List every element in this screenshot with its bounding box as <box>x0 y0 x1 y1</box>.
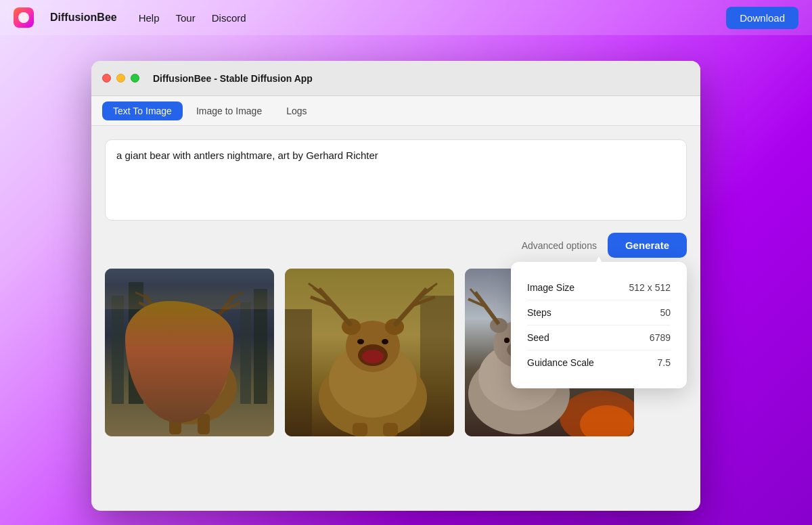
steps-label: Steps <box>527 307 551 318</box>
tab-text-to-image[interactable]: Text To Image <box>102 101 183 120</box>
nav-discord[interactable]: Discord <box>212 12 246 24</box>
svg-rect-1 <box>112 296 124 404</box>
svg-rect-25 <box>420 296 454 436</box>
tab-logs[interactable]: Logs <box>275 101 317 120</box>
svg-point-33 <box>357 339 364 344</box>
download-button[interactable]: Download <box>726 7 798 29</box>
popup-row-image-size: Image Size 512 x 512 <box>527 275 671 300</box>
nav-help[interactable]: Help <box>139 12 160 24</box>
svg-point-9 <box>201 322 217 337</box>
app-window: DiffusionBee - Stable Diffusion App Text… <box>91 61 700 511</box>
svg-point-51 <box>490 318 508 333</box>
svg-rect-22 <box>105 269 274 309</box>
image-size-value: 512 x 512 <box>629 282 671 293</box>
advanced-options-popup: Image Size 512 x 512 Steps 50 Seed 6789 … <box>511 262 687 388</box>
window-maximize-button[interactable] <box>131 74 139 83</box>
generated-image-1[interactable] <box>105 269 274 436</box>
svg-point-7 <box>166 325 213 368</box>
generate-button[interactable]: Generate <box>608 233 687 258</box>
svg-point-32 <box>362 350 384 363</box>
popup-row-steps: Steps 50 <box>527 300 671 325</box>
brand-name: DiffusionBee <box>50 12 117 24</box>
svg-point-10 <box>179 344 200 358</box>
svg-rect-20 <box>169 414 181 434</box>
tab-image-to-image[interactable]: Image to Image <box>185 101 273 120</box>
tabs-bar: Text To Image Image to Image Logs <box>91 96 700 126</box>
image-size-label: Image Size <box>527 282 574 293</box>
app-logo <box>14 7 34 28</box>
svg-rect-43 <box>353 423 367 436</box>
window-close-button[interactable] <box>102 74 111 83</box>
seed-label: Seed <box>527 332 549 343</box>
window-content: Advanced options Generate <box>91 126 700 450</box>
navbar: DiffusionBee Help Tour Discord Download <box>0 0 812 35</box>
images-row: Image Size 512 x 512 Steps 50 Seed 6789 … <box>105 269 687 436</box>
svg-point-55 <box>504 338 510 343</box>
svg-point-34 <box>382 339 388 344</box>
svg-point-11 <box>184 349 192 356</box>
steps-value: 50 <box>660 307 671 318</box>
svg-point-6 <box>152 346 227 407</box>
prompt-input[interactable] <box>105 139 687 221</box>
svg-rect-3 <box>240 302 251 404</box>
popup-row-guidance: Guidance Scale 7.5 <box>527 350 671 375</box>
svg-point-8 <box>162 322 178 337</box>
svg-rect-24 <box>285 309 312 436</box>
window-title: DiffusionBee - Stable Diffusion App <box>153 73 313 84</box>
logo-icon <box>18 12 29 23</box>
seed-value: 6789 <box>650 332 671 343</box>
guidance-scale-value: 7.5 <box>658 357 671 368</box>
guidance-scale-label: Guidance Scale <box>527 357 594 368</box>
svg-rect-44 <box>383 423 398 436</box>
nav-links: Help Tour Discord <box>139 12 246 24</box>
window-minimize-button[interactable] <box>116 74 125 83</box>
svg-rect-21 <box>198 414 210 434</box>
advanced-options-label[interactable]: Advanced options <box>522 240 597 251</box>
popup-row-seed: Seed 6789 <box>527 325 671 350</box>
nav-tour[interactable]: Tour <box>176 12 196 24</box>
controls-row: Advanced options Generate <box>105 233 687 258</box>
window-titlebar: DiffusionBee - Stable Diffusion App <box>91 61 700 96</box>
svg-point-5 <box>142 350 237 424</box>
generated-image-2[interactable] <box>285 269 454 436</box>
